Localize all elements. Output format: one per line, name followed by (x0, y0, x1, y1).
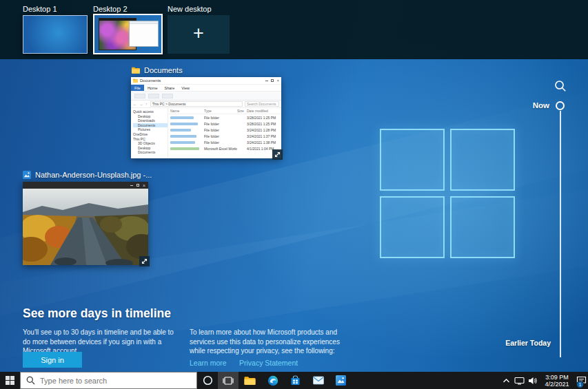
timeline-now-label: Now (533, 101, 549, 109)
explorer-nav-pane: Quick access Desktop Downloads Documents… (131, 108, 168, 158)
explorer-search-box: Search Documents (245, 101, 279, 107)
documents-card-title: Documents (144, 66, 183, 74)
action-center-button[interactable]: 1 (575, 372, 588, 389)
table-row: File folder 3/28/2021 1:25 PM (168, 114, 281, 120)
privacy-statement-link[interactable]: Privacy Statement (239, 359, 298, 367)
sign-in-button[interactable]: Sign in (23, 352, 82, 368)
expand-icon[interactable] (139, 256, 150, 266)
nav-item: Pictures (133, 127, 168, 132)
explorer-file-list: Name Type Size Date modified File folder… (168, 108, 281, 158)
new-desktop-label: New desktop (168, 5, 212, 13)
promo-right-text: To learn more about how Microsoft produc… (190, 328, 343, 356)
timeline-earlier-label: Earlier Today (505, 339, 551, 347)
explorer-address-bar: ← → ↑ This PC > Documents Search Documen… (131, 101, 281, 108)
notification-badge: 1 (576, 381, 584, 388)
search-input[interactable] (40, 377, 191, 385)
cortana-button[interactable] (197, 372, 218, 389)
expand-icon[interactable] (272, 149, 283, 160)
documents-window-thumbnail[interactable]: Documents × File Home Share View ← → ↑ T… (131, 77, 281, 158)
taskbar-edge-button[interactable] (261, 372, 284, 389)
desktop2-label: Desktop 2 (93, 5, 128, 13)
breadcrumb: This PC > Documents (150, 101, 243, 107)
nav-item: Downloads (133, 118, 168, 123)
task-view-screen: Now Earlier Today Desktop 1 Desktop 2 Ne… (0, 0, 588, 389)
search-icon[interactable] (554, 80, 567, 92)
table-row: File folder 3/24/2021 1:38 PM (168, 139, 281, 145)
windows-logo (379, 128, 516, 260)
chevron-up-icon (503, 378, 510, 383)
window-controls: × (265, 78, 279, 83)
volume-tray-button[interactable] (526, 372, 539, 389)
nav-item: This PC (133, 137, 168, 142)
explorer-titlebar: Documents × (131, 77, 281, 85)
start-button[interactable] (0, 372, 20, 389)
taskbar-file-explorer-button[interactable] (239, 372, 261, 389)
nav-item: Documents (133, 150, 168, 155)
nav-item: OneDrive (133, 132, 168, 137)
explorer-body: Quick access Desktop Downloads Documents… (131, 108, 281, 158)
desktop2-explorer-window (129, 21, 159, 46)
mail-icon (313, 376, 324, 385)
taskbar-search[interactable] (20, 372, 197, 389)
volume-icon (528, 377, 538, 385)
minimize-icon (130, 185, 133, 186)
folder-icon (133, 78, 138, 83)
clock-date: 4/2/2021 (545, 381, 569, 388)
desktop1-thumbnail[interactable] (23, 15, 88, 54)
photo-window-thumbnail[interactable]: × (23, 182, 148, 265)
search-icon (26, 376, 35, 385)
photos-icon (336, 375, 346, 386)
minimize-icon (265, 81, 268, 81)
edge-icon (267, 375, 278, 386)
clock-time: 3:09 PM (545, 374, 569, 381)
folder-icon (132, 67, 140, 74)
desktop2-thumbnail[interactable] (93, 14, 163, 54)
explorer-ribbon (131, 92, 281, 101)
nav-item: 3D Objects (133, 141, 168, 146)
task-view-icon (223, 376, 234, 386)
maximize-icon (271, 79, 274, 82)
store-icon (290, 375, 301, 386)
tab-share: Share (161, 85, 179, 91)
timeline-now-marker[interactable] (556, 101, 565, 110)
system-tray: 3:09 PM 4/2/2021 1 (500, 372, 588, 389)
photos-icon (23, 171, 31, 179)
tab-home: Home (144, 85, 161, 91)
timeline-line (560, 111, 561, 357)
table-row: File folder 3/24/2021 1:37 PM (168, 133, 281, 139)
windows-start-icon (6, 376, 14, 385)
tab-file: File (131, 85, 144, 91)
tray-overflow-button[interactable] (500, 372, 513, 389)
taskbar-photos-button[interactable] (330, 372, 352, 389)
photo-card-title: Nathan-Anderson-Unsplash.jpg -... (35, 171, 152, 179)
documents-card-label: Documents (132, 66, 183, 74)
promo-heading: See more days in timeline (23, 306, 171, 321)
task-view-button[interactable] (218, 372, 239, 389)
file-explorer-icon (244, 376, 256, 386)
cortana-icon (203, 375, 213, 386)
landscape-photo (23, 189, 148, 265)
table-row: File folder 3/28/2021 1:25 PM (168, 120, 281, 127)
nav-item: Desktop (133, 146, 168, 151)
maximize-icon (136, 184, 139, 187)
taskbar-store-button[interactable] (284, 372, 307, 389)
nav-item: Documents (133, 123, 168, 128)
taskbar-mail-button[interactable] (307, 372, 330, 389)
learn-more-link[interactable]: Learn more (190, 359, 227, 367)
column-headers: Name Type Size Date modified (168, 109, 281, 114)
explorer-window-title: Documents (140, 78, 263, 83)
nav-item: Desktop (133, 114, 168, 119)
plus-icon: + (193, 24, 204, 43)
taskbar-clock[interactable]: 3:09 PM 4/2/2021 (539, 372, 575, 389)
new-desktop-button[interactable]: + (168, 15, 230, 54)
desktops-strip: Desktop 1 Desktop 2 New desktop + (0, 0, 588, 59)
photo-card-label: Nathan-Anderson-Unsplash.jpg -... (23, 171, 152, 179)
desktop1-label: Desktop 1 (23, 5, 57, 13)
network-icon (514, 377, 525, 385)
table-row: File folder 3/24/2021 1:28 PM (168, 127, 281, 133)
explorer-ribbon-tabs: File Home Share View (131, 85, 281, 92)
nav-arrows-icon: ← → ↑ (133, 102, 148, 106)
network-tray-button[interactable] (513, 372, 526, 389)
taskbar: 3:09 PM 4/2/2021 1 (0, 372, 588, 389)
tab-view: View (178, 85, 193, 91)
